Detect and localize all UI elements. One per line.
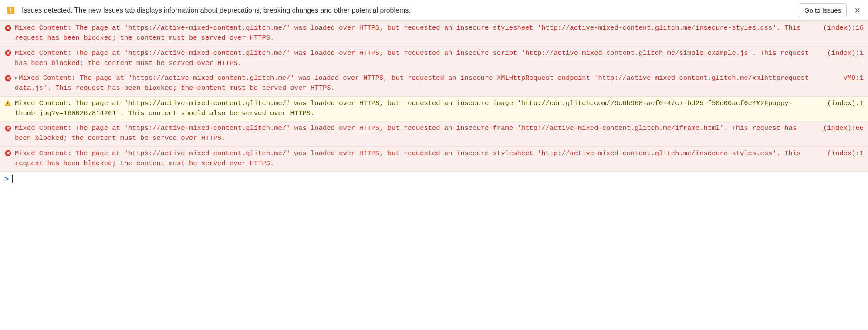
page-url-link[interactable]: https://active-mixed-content.glitch.me/ bbox=[128, 99, 286, 107]
log-text: ' was loaded over HTTPS, but requested a… bbox=[286, 99, 521, 107]
source-location-link[interactable]: (index):1 bbox=[827, 99, 864, 109]
issues-warning-icon bbox=[6, 6, 16, 15]
console-prompt-row[interactable]: > bbox=[0, 172, 868, 186]
log-text: ' was loaded over HTTPS, but requested a… bbox=[286, 24, 541, 32]
log-text: ' was loaded over HTTPS, but requested a… bbox=[290, 74, 598, 82]
log-text: '. This content should also be served ov… bbox=[116, 109, 315, 117]
error-icon bbox=[4, 125, 11, 132]
error-icon bbox=[4, 50, 11, 57]
expand-arrow-icon[interactable]: ▶ bbox=[15, 74, 18, 82]
log-text: Mixed Content: The page at ' bbox=[15, 150, 128, 157]
issues-banner-text: Issues detected. The new Issues tab disp… bbox=[22, 7, 793, 14]
source-location-link[interactable]: (index):1 bbox=[827, 149, 864, 159]
console-log-pane: Mixed Content: The page at 'https://acti… bbox=[0, 21, 868, 172]
console-log-row[interactable]: ▶Mixed Content: The page at 'https://act… bbox=[0, 71, 868, 97]
console-cursor bbox=[12, 175, 13, 183]
resource-url-link[interactable]: http://active-mixed-content.glitch.me/in… bbox=[541, 150, 772, 157]
source-location-link[interactable]: (index):16 bbox=[823, 23, 864, 33]
log-message: Mixed Content: The page at 'https://acti… bbox=[15, 149, 824, 169]
log-text: ' was loaded over HTTPS, but requested a… bbox=[286, 150, 541, 157]
issues-banner: Issues detected. The new Issues tab disp… bbox=[0, 0, 868, 21]
page-url-link[interactable]: https://active-mixed-content.glitch.me/ bbox=[128, 24, 286, 32]
log-text: Mixed Content: The page at ' bbox=[19, 74, 132, 82]
page-url-link[interactable]: https://active-mixed-content.glitch.me/ bbox=[128, 49, 286, 57]
log-text: '. This request has been blocked; the co… bbox=[43, 84, 335, 92]
error-icon bbox=[4, 75, 11, 82]
log-message: ▶Mixed Content: The page at 'https://act… bbox=[15, 73, 840, 94]
source-location-link[interactable]: (index):66 bbox=[823, 123, 864, 133]
log-text: Mixed Content: The page at ' bbox=[15, 124, 128, 132]
console-input[interactable] bbox=[16, 175, 864, 183]
log-text: ' was loaded over HTTPS, but requested a… bbox=[286, 124, 521, 132]
resource-url-link[interactable]: http://active-mixed-content.glitch.me/si… bbox=[525, 49, 748, 57]
page-url-link[interactable]: https://active-mixed-content.glitch.me/ bbox=[128, 150, 286, 157]
console-prompt-caret-icon: > bbox=[4, 174, 9, 183]
close-issues-banner-icon[interactable]: × bbox=[853, 6, 862, 15]
console-log-row[interactable]: Mixed Content: The page at 'https://acti… bbox=[0, 47, 868, 72]
resource-url-link[interactable]: http://active-mixed-content.glitch.me/in… bbox=[541, 24, 772, 32]
log-message: Mixed Content: The page at 'https://acti… bbox=[15, 48, 824, 69]
page-url-link[interactable]: https://active-mixed-content.glitch.me/ bbox=[132, 74, 290, 82]
svg-rect-7 bbox=[7, 105, 8, 105]
source-location-link[interactable]: VM9:1 bbox=[843, 73, 864, 83]
log-message: Mixed Content: The page at 'https://acti… bbox=[15, 123, 820, 144]
page-url-link[interactable]: https://active-mixed-content.glitch.me/ bbox=[128, 124, 286, 132]
log-message: Mixed Content: The page at 'https://acti… bbox=[15, 23, 820, 44]
svg-rect-1 bbox=[10, 8, 11, 11]
svg-rect-6 bbox=[7, 102, 8, 104]
log-text: Mixed Content: The page at ' bbox=[15, 24, 128, 32]
log-message: Mixed Content: The page at 'https://acti… bbox=[15, 99, 824, 119]
warning-icon bbox=[4, 100, 11, 107]
error-icon bbox=[4, 24, 11, 31]
console-log-row[interactable]: Mixed Content: The page at 'https://acti… bbox=[0, 97, 868, 122]
error-icon bbox=[4, 150, 11, 157]
log-text: Mixed Content: The page at ' bbox=[15, 49, 128, 57]
resource-url-link[interactable]: http://active-mixed-content.glitch.me/if… bbox=[521, 124, 720, 132]
console-log-row[interactable]: Mixed Content: The page at 'https://acti… bbox=[0, 147, 868, 172]
console-log-row[interactable]: Mixed Content: The page at 'https://acti… bbox=[0, 122, 868, 147]
log-text: ' was loaded over HTTPS, but requested a… bbox=[286, 49, 525, 57]
source-location-link[interactable]: (index):1 bbox=[827, 48, 864, 58]
svg-rect-2 bbox=[10, 11, 11, 12]
log-text: Mixed Content: The page at ' bbox=[15, 99, 128, 107]
go-to-issues-button[interactable]: Go to Issues bbox=[799, 3, 847, 17]
console-log-row[interactable]: Mixed Content: The page at 'https://acti… bbox=[0, 21, 868, 47]
